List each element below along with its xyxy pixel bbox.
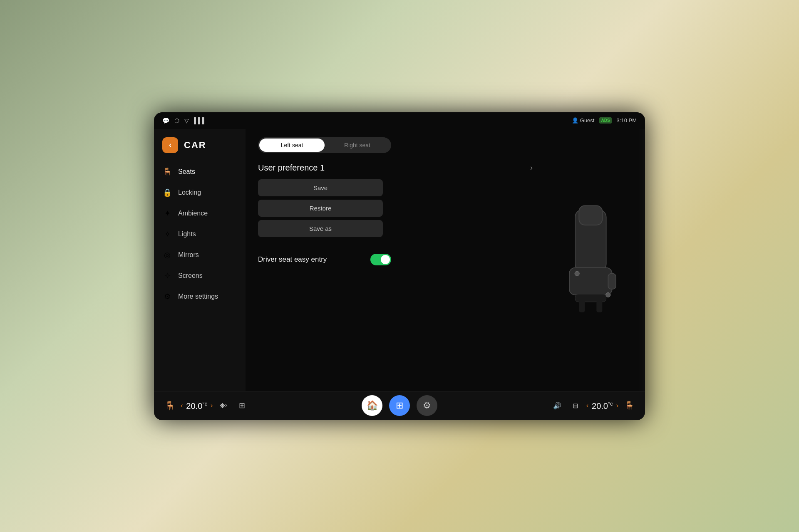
left-temp-display: 20.0°c	[186, 401, 207, 411]
bottom-center: 🏠 ⊞ ⚙	[320, 395, 479, 416]
status-right: 👤 Guest ADS 3:10 PM	[572, 117, 637, 124]
home-button[interactable]: 🏠	[362, 395, 382, 416]
settings-button[interactable]: ⚙	[417, 395, 437, 416]
fan-icon[interactable]: ❋3	[216, 398, 231, 413]
save-button[interactable]: Save	[258, 179, 383, 196]
sidebar-item-more-settings[interactable]: ⚙ More settings	[154, 286, 246, 307]
sidebar-item-locking[interactable]: 🔒 Locking	[154, 182, 246, 203]
header-row: ‹ CAR	[154, 133, 246, 161]
more-settings-label: More settings	[178, 293, 218, 300]
status-bar: 💬 ⬡ ▽ ▌▌▌ 👤 Guest ADS 3:10 PM	[154, 112, 645, 129]
bottom-left: 🪑 ‹ 20.0°c › ❋3 ⊞	[162, 398, 320, 413]
car-screen: 💬 ⬡ ▽ ▌▌▌ 👤 Guest ADS 3:10 PM ‹ CAR	[154, 112, 645, 420]
svg-rect-3	[608, 273, 616, 289]
svg-point-4	[575, 271, 579, 276]
signal-icon: ▌▌▌	[194, 117, 206, 124]
ambience-icon: ✦	[162, 209, 172, 218]
easy-entry-toggle[interactable]	[370, 254, 391, 265]
status-icons: 💬 ⬡ ▽ ▌▌▌	[162, 117, 206, 124]
sidebar-item-screens[interactable]: ✧ Screens	[154, 265, 246, 286]
sidebar-item-seats[interactable]: 🪑 Seats	[154, 161, 246, 182]
grid-button[interactable]: ⊞	[389, 395, 410, 416]
save-label: Save	[313, 184, 328, 191]
left-temp-value: 20.0°c	[186, 401, 207, 411]
tab-right-seat[interactable]: Right seat	[325, 139, 390, 152]
more-settings-icon: ⚙	[162, 292, 172, 301]
lights-icon: ✧	[162, 230, 172, 239]
seat-svg	[549, 202, 624, 318]
bluetooth-icon: ⬡	[174, 117, 179, 124]
save-as-button[interactable]: Save as	[258, 220, 383, 237]
svg-point-5	[606, 292, 610, 297]
volume-icon[interactable]: 🔊	[550, 398, 565, 413]
chevron-right-icon[interactable]: ›	[530, 163, 533, 172]
user-icon: 👤	[572, 117, 578, 124]
content-panel: Left seat Right seat User preference 1 ›…	[258, 137, 533, 383]
seat-icon-bottom[interactable]: 🪑	[162, 398, 177, 413]
user-name: Guest	[580, 117, 595, 124]
locking-icon: 🔒	[162, 188, 172, 197]
traction-icon[interactable]: ⊟	[568, 398, 583, 413]
easy-entry-label: Driver seat easy entry	[258, 255, 327, 264]
back-icon: ‹	[169, 141, 171, 149]
sidebar-item-mirrors[interactable]: ◎ Mirrors	[154, 245, 246, 265]
left-temp-decrease[interactable]: ‹	[181, 402, 183, 409]
back-button[interactable]: ‹	[162, 137, 178, 153]
preference-header: User preference 1 ›	[258, 163, 533, 173]
ads-badge: ADS	[599, 117, 611, 124]
restore-label: Restore	[310, 205, 332, 212]
locking-label: Locking	[178, 189, 201, 196]
seats-icon: 🪑	[162, 167, 172, 176]
content-area: Left seat Right seat User preference 1 ›…	[246, 129, 645, 391]
seat-tabs: Left seat Right seat	[258, 137, 391, 153]
seats-label: Seats	[178, 168, 195, 176]
sidebar: ‹ CAR 🪑 Seats 🔒 Locking ✦ Ambience ✧ Lig…	[154, 129, 246, 391]
lights-label: Lights	[178, 230, 196, 238]
svg-rect-1	[579, 205, 602, 225]
sidebar-item-lights[interactable]: ✧ Lights	[154, 224, 246, 245]
ambience-label: Ambience	[178, 210, 208, 217]
right-temp-decrease[interactable]: ‹	[586, 402, 588, 409]
left-temp-increase[interactable]: ›	[211, 402, 213, 409]
mirrors-icon: ◎	[162, 250, 172, 260]
mirrors-label: Mirrors	[178, 251, 199, 259]
sidebar-item-ambience[interactable]: ✦ Ambience	[154, 203, 246, 224]
screens-label: Screens	[178, 272, 203, 280]
bottom-bar: 🪑 ‹ 20.0°c › ❋3 ⊞ 🏠 ⊞ ⚙ 🔊 ⊟ ‹ 20.0°c	[154, 391, 645, 420]
message-icon: 💬	[162, 117, 169, 124]
action-buttons: Save Restore Save as	[258, 179, 533, 237]
tab-right-seat-label: Right seat	[344, 142, 370, 148]
preference-title: User preference 1	[258, 163, 325, 173]
seat-icon-right[interactable]: 🪑	[622, 398, 637, 413]
clock: 3:10 PM	[617, 117, 637, 124]
page-title: CAR	[184, 140, 206, 151]
tab-left-seat[interactable]: Left seat	[259, 139, 325, 152]
navigation-icon: ▽	[184, 117, 189, 124]
user-info: 👤 Guest	[572, 117, 595, 124]
right-temp-value: 20.0°c	[592, 401, 613, 411]
restore-button[interactable]: Restore	[258, 200, 383, 217]
seat-illustration	[541, 137, 633, 383]
right-temp-display: 20.0°c	[592, 401, 613, 411]
right-temp-increase[interactable]: ›	[616, 402, 618, 409]
save-as-label: Save as	[309, 225, 332, 232]
main-content: ‹ CAR 🪑 Seats 🔒 Locking ✦ Ambience ✧ Lig…	[154, 129, 645, 391]
screens-icon: ✧	[162, 271, 172, 280]
defrost-icon[interactable]: ⊞	[234, 398, 249, 413]
svg-rect-8	[596, 301, 602, 312]
svg-rect-6	[575, 294, 606, 302]
tab-left-seat-label: Left seat	[281, 142, 303, 148]
svg-rect-7	[579, 301, 585, 312]
bottom-right: 🔊 ⊟ ‹ 20.0°c › 🪑	[479, 398, 637, 413]
easy-entry-row: Driver seat easy entry	[258, 247, 391, 272]
